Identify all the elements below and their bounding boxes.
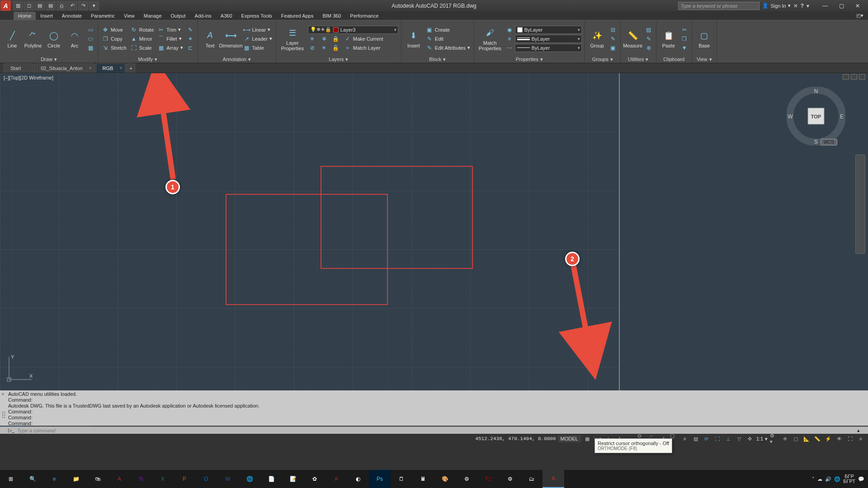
viewcube[interactable]: TOP N S E W bbox=[787, 87, 845, 145]
app-icon[interactable]: A bbox=[0, 0, 11, 11]
navigation-bar[interactable] bbox=[855, 155, 865, 254]
explode-button[interactable]: ✶ bbox=[186, 35, 195, 43]
tab-express[interactable]: Express Tools bbox=[237, 12, 277, 20]
clipboard-copy-icon[interactable]: ❐ bbox=[680, 35, 689, 43]
3dosnap-toggle[interactable]: ⛶ bbox=[713, 435, 722, 443]
customize-button[interactable]: ≡ bbox=[856, 435, 865, 443]
outlook-icon[interactable]: O bbox=[195, 470, 217, 488]
layer-off-icon[interactable]: ⊘ bbox=[308, 44, 317, 52]
ungroup-icon[interactable]: ⊟ bbox=[609, 26, 618, 34]
edit-attributes-button[interactable]: ✎Edit Attributes ▾ bbox=[425, 44, 471, 52]
anno-scale-arrow[interactable]: ▾ bbox=[765, 436, 768, 442]
qat-open-icon[interactable]: ◻ bbox=[24, 1, 34, 10]
match-properties-button[interactable]: 🖌Match Properties bbox=[477, 27, 503, 51]
file-tab-2[interactable]: RGB× bbox=[96, 63, 126, 73]
dynamic-ucs-toggle[interactable]: ⊥ bbox=[724, 435, 733, 443]
qat-save-icon[interactable]: ▤ bbox=[35, 1, 45, 10]
fillet-button[interactable]: ⌒Fillet ▾ bbox=[156, 35, 184, 43]
lineweight-toggle[interactable]: ≡ bbox=[680, 435, 689, 443]
grid-toggle[interactable]: ▦ bbox=[583, 435, 592, 443]
layer-freeze-icon[interactable]: ❄ bbox=[320, 35, 329, 43]
layer-lock-icon[interactable]: 🔒 bbox=[331, 35, 340, 43]
edge-icon[interactable]: e bbox=[43, 470, 65, 488]
offset-button[interactable]: ⊏ bbox=[186, 44, 195, 52]
layer-combo[interactable]: 💡❄☀🔒Layer3▾ bbox=[308, 26, 398, 34]
notes-icon[interactable]: 🗒 bbox=[391, 470, 412, 488]
exchange-icon[interactable]: ✕ bbox=[793, 3, 798, 9]
powerpoint-icon[interactable]: P bbox=[174, 470, 195, 488]
filezilla-icon[interactable]: Fz bbox=[477, 470, 499, 488]
rotate-button[interactable]: ↻Rotate bbox=[129, 26, 155, 34]
hatch-button[interactable]: ▦ bbox=[86, 44, 95, 52]
selection-filter-toggle[interactable]: ▽ bbox=[735, 435, 744, 443]
layer-properties-button[interactable]: ☰Layer Properties bbox=[279, 27, 306, 51]
tab-insert[interactable]: Insert bbox=[36, 12, 57, 20]
util-2-icon[interactable]: ✎ bbox=[644, 35, 653, 43]
notifications-icon[interactable]: 💬 bbox=[858, 476, 864, 482]
insert-button[interactable]: ⬇Insert bbox=[404, 29, 423, 48]
qat-new-icon[interactable]: ▥ bbox=[13, 1, 23, 10]
qat-plot-icon[interactable]: ⎙ bbox=[57, 1, 66, 10]
tab-close-icon[interactable]: × bbox=[89, 66, 92, 70]
ribbon-collapse-icon[interactable]: ◰▾ bbox=[852, 11, 868, 20]
app1-icon[interactable]: ✿ bbox=[304, 470, 326, 488]
close-button[interactable]: ✕ bbox=[850, 1, 865, 10]
tab-close-icon[interactable]: × bbox=[120, 66, 123, 70]
access-icon[interactable]: A bbox=[108, 470, 130, 488]
annotation-monitor-toggle[interactable]: 📐 bbox=[802, 435, 811, 443]
start-button[interactable]: ⊞ bbox=[0, 470, 22, 488]
lineweight-combo[interactable]: ByLayer▾ bbox=[515, 35, 582, 43]
tray-network-icon[interactable]: 🌐 bbox=[834, 476, 840, 482]
layer-iso-icon[interactable]: ☀ bbox=[308, 35, 317, 43]
file-icon[interactable]: 📄 bbox=[260, 470, 282, 488]
tab-featured[interactable]: Featured Apps bbox=[277, 12, 318, 20]
tab-output[interactable]: Output bbox=[166, 12, 190, 20]
command-line[interactable]: ▷_ ▴ bbox=[0, 427, 868, 434]
file-tab-1[interactable]: 02_Situacia_Anton× bbox=[34, 63, 94, 73]
tab-bim360[interactable]: BIM 360 bbox=[318, 12, 345, 20]
line-button[interactable]: ╱Line bbox=[3, 29, 22, 48]
linear-button[interactable]: ⟷Linear ▾ bbox=[242, 26, 273, 34]
cmd-grip-icon[interactable]: ⣿ bbox=[1, 412, 6, 418]
lineweight-icon[interactable]: ≡ bbox=[505, 35, 514, 43]
explorer-icon[interactable]: 📁 bbox=[65, 470, 87, 488]
base-button[interactable]: ▢Base bbox=[695, 29, 714, 48]
photoshop-icon[interactable]: Ps bbox=[369, 470, 391, 488]
tab-manage[interactable]: Manage bbox=[139, 12, 166, 20]
maximize-button[interactable]: ▢ bbox=[834, 1, 849, 10]
tab-performance[interactable]: Performance bbox=[345, 12, 383, 20]
ellipse-button[interactable]: ⬭ bbox=[86, 35, 95, 43]
rect-button[interactable]: ▭ bbox=[86, 26, 95, 34]
anno-scale[interactable]: 1:1 bbox=[756, 436, 763, 441]
arc-button[interactable]: ◠Arc bbox=[65, 29, 84, 48]
circle-button[interactable]: ◯Circle bbox=[44, 29, 63, 48]
tray-up-icon[interactable]: ˄ bbox=[812, 476, 815, 482]
paste-button[interactable]: 📋Paste bbox=[659, 29, 678, 48]
isolate-toggle[interactable]: 👁 bbox=[835, 435, 844, 443]
app5-icon[interactable]: 🗂 bbox=[521, 470, 542, 488]
util-1-icon[interactable]: ▤ bbox=[644, 26, 653, 34]
drawing-canvas[interactable] bbox=[0, 73, 868, 390]
linetype-icon[interactable]: ⋯ bbox=[505, 44, 514, 52]
cmd-close-icon[interactable]: × bbox=[1, 391, 4, 397]
tab-parametric[interactable]: Parametric bbox=[86, 12, 119, 20]
transparency-toggle[interactable]: ▨ bbox=[691, 435, 700, 443]
stretch-button[interactable]: ⇲Stretch bbox=[101, 44, 127, 52]
tray-volume-icon[interactable]: 🔊 bbox=[825, 476, 831, 482]
scale-button[interactable]: ⛶Scale bbox=[129, 44, 155, 52]
util-3-icon[interactable]: ⊕ bbox=[644, 44, 653, 52]
space-badge[interactable]: MODEL bbox=[558, 435, 581, 442]
erase-button[interactable]: ✎ bbox=[186, 26, 195, 34]
quick-properties-toggle[interactable]: ✛ bbox=[780, 435, 789, 443]
settings-icon[interactable]: ⚙ bbox=[499, 470, 521, 488]
qat-redo-icon[interactable]: ↷ bbox=[78, 1, 88, 10]
block-edit-button[interactable]: ✎Edit bbox=[425, 35, 471, 43]
group-edit-icon[interactable]: ✎ bbox=[609, 35, 618, 43]
paste-special-icon[interactable]: ▼ bbox=[680, 44, 689, 52]
drawing-viewport[interactable]: [–][Top][2D Wireframe] Y X bbox=[0, 73, 868, 390]
color-icon[interactable]: ◉ bbox=[505, 26, 514, 34]
tab-view[interactable]: View bbox=[119, 12, 139, 20]
onenote-icon[interactable]: N bbox=[130, 470, 152, 488]
selection-cycling-toggle[interactable]: ⟳ bbox=[702, 435, 711, 443]
block-create-button[interactable]: ▣Create bbox=[425, 26, 471, 34]
